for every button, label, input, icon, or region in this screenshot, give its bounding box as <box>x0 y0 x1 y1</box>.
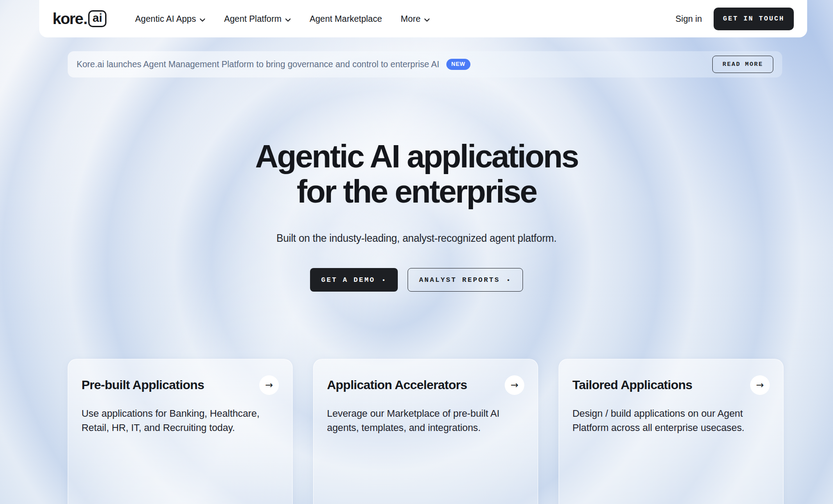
get-in-touch-button[interactable]: GET IN TOUCH <box>714 8 794 30</box>
logo-dot: . <box>83 10 88 28</box>
hero-cta-row: GET A DEMO • ANALYST REPORTS • <box>0 268 833 292</box>
nav-item-label: Agent Platform <box>224 14 282 24</box>
chevron-down-icon <box>200 14 205 24</box>
hero-subtitle: Built on the industy-leading, analyst-re… <box>0 232 833 244</box>
nav-item-label: Agentic AI Apps <box>135 14 196 24</box>
analyst-reports-button[interactable]: ANALYST REPORTS • <box>408 268 523 292</box>
navbar-right: Sign in GET IN TOUCH <box>675 8 794 30</box>
main-nav: Agentic AI Apps Agent Platform Agent Mar… <box>135 14 430 24</box>
logo-ai-badge: ai <box>88 10 107 28</box>
nav-item-agent-platform[interactable]: Agent Platform <box>224 14 291 24</box>
get-a-demo-button[interactable]: GET A DEMO • <box>310 268 398 292</box>
navbar: kore . ai Agentic AI Apps Agent Platform… <box>39 0 807 37</box>
chevron-down-icon <box>424 14 430 24</box>
card-title: Pre-built Applications <box>82 378 204 392</box>
bullet-icon: • <box>382 277 387 284</box>
arrow-right-icon[interactable]: → <box>505 375 524 395</box>
feature-cards: Pre-built Applications → Use application… <box>68 359 784 504</box>
card-description: Design / build applications on our Agent… <box>572 406 770 435</box>
nav-item-agentic-ai-apps[interactable]: Agentic AI Apps <box>135 14 205 24</box>
arrow-right-icon[interactable]: → <box>750 375 770 395</box>
card-title: Application Accelerators <box>327 378 467 392</box>
logo-text-kore: kore <box>53 10 83 28</box>
hero-title-line1: Agentic AI applications <box>255 138 578 174</box>
card-header: Pre-built Applications → <box>82 375 279 395</box>
hero-title-line2: for the enterprise <box>297 174 536 209</box>
nav-item-agent-marketplace[interactable]: Agent Marketplace <box>310 14 382 24</box>
kore-logo[interactable]: kore . ai <box>53 10 106 28</box>
get-a-demo-label: GET A DEMO <box>321 276 375 284</box>
nav-item-more[interactable]: More <box>401 14 430 24</box>
card-description: Leverage our Marketplace of pre-built AI… <box>327 406 524 435</box>
card-title: Tailored Applications <box>572 378 692 392</box>
hero-title: Agentic AI applications for the enterpri… <box>0 139 833 209</box>
card-header: Tailored Applications → <box>572 375 770 395</box>
chevron-down-icon <box>285 14 291 24</box>
card-pre-built-applications[interactable]: Pre-built Applications → Use application… <box>68 359 293 504</box>
nav-item-label: Agent Marketplace <box>310 14 382 24</box>
card-application-accelerators[interactable]: Application Accelerators → Leverage our … <box>313 359 538 504</box>
nav-item-label: More <box>401 14 421 24</box>
card-header: Application Accelerators → <box>327 375 524 395</box>
announcement-text: Kore.ai launches Agent Management Platfo… <box>77 59 439 69</box>
card-description: Use applications for Banking, Healthcare… <box>82 406 279 435</box>
page-background: { "brand": { "main": "kore", "dot": ".",… <box>0 0 833 504</box>
arrow-right-icon[interactable]: → <box>259 375 279 395</box>
read-more-button[interactable]: READ MORE <box>712 56 773 73</box>
analyst-reports-label: ANALYST REPORTS <box>419 276 500 284</box>
card-tailored-applications[interactable]: Tailored Applications → Design / build a… <box>559 359 784 504</box>
announcement-banner: Kore.ai launches Agent Management Platfo… <box>68 51 782 77</box>
bullet-icon: • <box>506 277 511 284</box>
new-badge: NEW <box>446 59 470 70</box>
sign-in-link[interactable]: Sign in <box>675 14 702 24</box>
